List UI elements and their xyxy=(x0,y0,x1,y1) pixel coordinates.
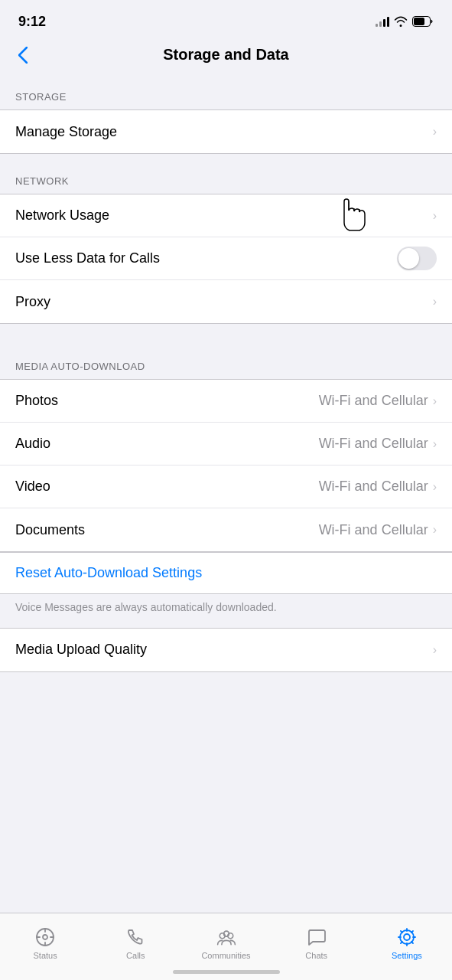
storage-section-header: STORAGE xyxy=(0,76,452,109)
page-title: Storage and Data xyxy=(163,46,288,64)
media-label: MEDIA AUTO-DOWNLOAD xyxy=(15,361,145,372)
tab-settings-label: Settings xyxy=(392,951,422,960)
tab-status[interactable]: Status xyxy=(0,926,90,960)
calls-icon xyxy=(125,926,146,948)
status-time: 9:12 xyxy=(18,14,46,30)
communities-icon xyxy=(216,926,237,948)
svg-point-14 xyxy=(404,934,410,940)
use-less-data-label: Use Less Data for Calls xyxy=(15,250,160,266)
network-usage-label: Network Usage xyxy=(15,207,109,224)
toggle-knob xyxy=(398,248,419,269)
proxy-label: Proxy xyxy=(15,294,50,310)
proxy-chevron: › xyxy=(433,295,437,309)
storage-label: STORAGE xyxy=(15,91,67,103)
status-bar: 9:12 xyxy=(0,0,452,38)
storage-list: Manage Storage › xyxy=(0,109,452,154)
tab-communities[interactable]: Communities xyxy=(180,926,271,960)
use-less-data-toggle[interactable] xyxy=(397,247,437,270)
signal-icon xyxy=(376,16,389,27)
photos-label: Photos xyxy=(15,393,58,409)
proxy-item[interactable]: Proxy › xyxy=(0,280,452,323)
home-indicator xyxy=(173,970,280,974)
back-button[interactable] xyxy=(12,44,34,67)
battery-icon xyxy=(412,16,434,27)
media-section-header: MEDIA AUTO-DOWNLOAD xyxy=(0,345,452,379)
reset-auto-download-button[interactable]: Reset Auto-Download Settings xyxy=(0,552,452,594)
network-list: Network Usage › Use Less Data for Calls … xyxy=(0,194,452,324)
tab-settings[interactable]: Settings xyxy=(362,926,452,960)
svg-point-15 xyxy=(400,930,414,944)
tab-status-label: Status xyxy=(34,951,57,960)
audio-label: Audio xyxy=(15,436,50,452)
tab-chats[interactable]: Chats xyxy=(272,926,362,960)
photos-chevron: › xyxy=(433,394,437,408)
manage-storage-item[interactable]: Manage Storage › xyxy=(0,110,452,153)
svg-rect-1 xyxy=(414,18,424,25)
media-upload-list: Media Upload Quality › xyxy=(0,628,452,672)
documents-value: Wi-Fi and Cellular xyxy=(319,522,428,538)
video-item[interactable]: Video Wi-Fi and Cellular › xyxy=(0,466,452,508)
manage-storage-label: Manage Storage xyxy=(15,124,117,140)
manage-storage-right: › xyxy=(433,125,437,139)
status-icons xyxy=(376,16,434,27)
media-download-list: Photos Wi-Fi and Cellular › Audio Wi-Fi … xyxy=(0,379,452,552)
use-less-data-item[interactable]: Use Less Data for Calls xyxy=(0,237,452,280)
video-label: Video xyxy=(15,479,50,495)
wifi-icon xyxy=(394,16,408,27)
audio-chevron: › xyxy=(433,437,437,451)
manage-storage-chevron: › xyxy=(433,125,437,139)
documents-chevron: › xyxy=(433,523,437,537)
network-usage-item[interactable]: Network Usage › xyxy=(0,194,452,237)
network-label: NETWORK xyxy=(15,175,69,187)
audio-item[interactable]: Audio Wi-Fi and Cellular › xyxy=(0,423,452,466)
spacer-1 xyxy=(0,324,452,345)
network-usage-chevron: › xyxy=(433,209,437,223)
media-upload-quality-label: Media Upload Quality xyxy=(15,642,147,658)
photos-item[interactable]: Photos Wi-Fi and Cellular › xyxy=(0,380,452,423)
tab-calls[interactable]: Calls xyxy=(90,926,180,960)
tab-calls-label: Calls xyxy=(126,951,145,960)
documents-item[interactable]: Documents Wi-Fi and Cellular › xyxy=(0,508,452,551)
status-icon xyxy=(34,926,56,948)
photos-value: Wi-Fi and Cellular xyxy=(319,393,428,409)
tab-chats-label: Chats xyxy=(305,951,327,960)
chats-icon xyxy=(306,926,327,948)
svg-point-6 xyxy=(43,935,47,939)
video-chevron: › xyxy=(433,480,437,494)
tab-communities-label: Communities xyxy=(201,951,250,960)
bottom-spacer xyxy=(0,672,452,749)
documents-label: Documents xyxy=(15,522,85,538)
media-upload-quality-chevron: › xyxy=(433,643,437,657)
settings-icon xyxy=(396,926,418,948)
page-header: Storage and Data xyxy=(0,38,452,76)
media-upload-quality-item[interactable]: Media Upload Quality › xyxy=(0,629,452,671)
audio-value: Wi-Fi and Cellular xyxy=(319,436,428,452)
network-section-header: NETWORK xyxy=(0,160,452,194)
voice-message-note: Voice Messages are always automatically … xyxy=(0,594,452,628)
video-value: Wi-Fi and Cellular xyxy=(319,479,428,495)
